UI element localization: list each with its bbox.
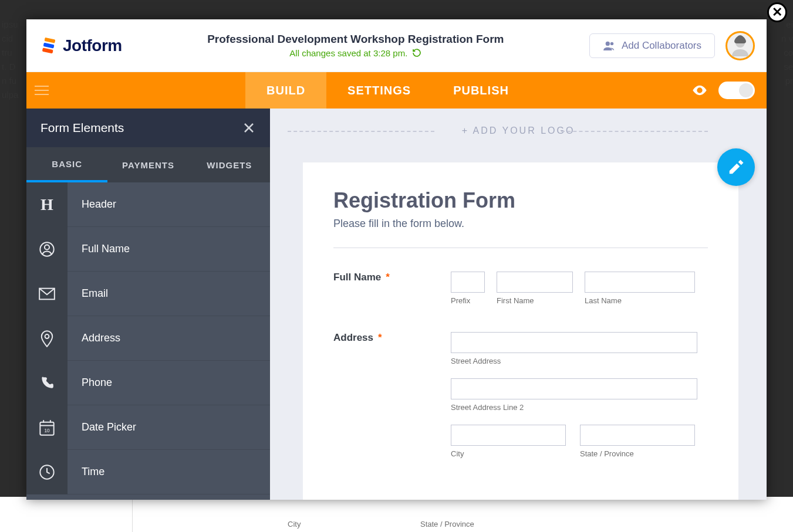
close-sidebar-icon[interactable] — [242, 121, 256, 135]
svg-point-12 — [45, 334, 49, 338]
street-address-input[interactable] — [451, 332, 697, 353]
element-date-picker[interactable]: 10 Date Picker — [26, 405, 270, 450]
pin-icon — [26, 316, 68, 361]
logo-text: Jotform — [63, 36, 122, 55]
calendar-icon: 10 — [26, 405, 68, 450]
field-full-name[interactable]: Full Name* Prefix First Name Last Name — [333, 272, 708, 305]
element-label: Date Picker — [68, 421, 136, 433]
element-label: Email — [68, 287, 108, 300]
sidebar-tab-basic[interactable]: BASIC — [26, 147, 107, 182]
nav-bar: BUILD SETTINGS PUBLISH — [26, 72, 767, 109]
svg-point-10 — [45, 245, 49, 249]
street1-sublabel: Street Address — [451, 357, 708, 365]
mail-icon — [26, 272, 68, 316]
toggle-switch[interactable] — [718, 82, 755, 99]
preview-icon[interactable] — [691, 82, 708, 99]
jotform-logo[interactable]: Jotform — [38, 35, 122, 56]
prefix-input[interactable] — [451, 272, 485, 293]
tab-settings[interactable]: SETTINGS — [326, 72, 432, 109]
undo-icon[interactable] — [412, 48, 421, 57]
clock-icon — [26, 450, 68, 494]
element-label: Phone — [68, 377, 112, 389]
street2-sublabel: Street Address Line 2 — [451, 403, 708, 412]
svg-text:10: 10 — [44, 428, 50, 433]
sidebar: Form Elements BASIC PAYMENTS WIDGETS H H… — [26, 109, 270, 500]
last-name-input[interactable] — [585, 272, 695, 293]
user-avatar[interactable] — [725, 31, 755, 60]
collaborators-icon — [603, 40, 616, 51]
add-logo-button[interactable]: + ADD YOUR LOGO — [462, 126, 575, 136]
background-bottom — [0, 497, 793, 532]
element-label: Time — [68, 466, 104, 478]
header: Jotform Professional Development Worksho… — [26, 19, 767, 72]
dashed-line-right — [561, 131, 708, 132]
form-card: Registration Form Please fill in the for… — [303, 162, 738, 500]
form-subheading[interactable]: Please fill in the form below. — [333, 218, 708, 230]
hamburger-menu[interactable] — [26, 72, 55, 109]
svg-rect-2 — [42, 48, 53, 53]
element-phone[interactable]: Phone — [26, 361, 270, 405]
header-icon: H — [26, 182, 68, 227]
tab-publish[interactable]: PUBLISH — [432, 72, 530, 109]
required-star: * — [378, 332, 382, 343]
svg-rect-0 — [45, 37, 56, 43]
design-button[interactable] — [717, 148, 755, 186]
first-name-input[interactable] — [497, 272, 573, 293]
svg-point-3 — [606, 41, 610, 45]
form-title[interactable]: Professional Development Workshop Regist… — [122, 33, 589, 46]
sidebar-tab-payments[interactable]: PAYMENTS — [107, 147, 188, 182]
state-input[interactable] — [580, 425, 695, 446]
modal-close-button[interactable]: ✕ — [767, 2, 787, 22]
last-name-sublabel: Last Name — [585, 296, 695, 305]
svg-rect-1 — [43, 42, 55, 48]
element-label: Full Name — [68, 243, 130, 255]
full-name-label: Full Name — [333, 272, 381, 283]
sidebar-tab-widgets[interactable]: WIDGETS — [189, 147, 270, 182]
user-icon — [26, 227, 68, 272]
background-text-right: ein vcosepr — [770, 18, 793, 88]
background-divider — [132, 497, 133, 532]
dashed-line-left — [288, 131, 434, 132]
form-heading[interactable]: Registration Form — [333, 188, 708, 213]
prefix-sublabel: Prefix — [451, 296, 485, 305]
add-collaborators-button[interactable]: Add Collaborators — [589, 33, 715, 58]
save-status-text: All changes saved at 3:28 pm. — [289, 48, 407, 58]
logo-mark-icon — [38, 35, 59, 56]
required-star: * — [386, 272, 390, 283]
element-full-name[interactable]: Full Name — [26, 227, 270, 272]
workspace: Form Elements BASIC PAYMENTS WIDGETS H H… — [26, 109, 767, 500]
element-label: Address — [68, 332, 120, 344]
element-address[interactable]: Address — [26, 316, 270, 361]
element-header[interactable]: H Header — [26, 182, 270, 227]
tab-build[interactable]: BUILD — [245, 72, 326, 109]
form-builder-modal: Jotform Professional Development Worksho… — [26, 19, 767, 500]
street-address-2-input[interactable] — [451, 378, 697, 399]
first-name-sublabel: First Name — [497, 296, 573, 305]
field-address[interactable]: Address* Street Address Street Address L… — [333, 332, 708, 458]
bg-city-label: City — [288, 520, 301, 528]
element-time[interactable]: Time — [26, 450, 270, 494]
bg-state-label: State / Province — [420, 520, 474, 528]
divider — [333, 248, 708, 248]
background-text-left: ipsu cid tru t. D n fu ulpa — [2, 18, 25, 102]
city-sublabel: City — [451, 449, 566, 458]
save-status: All changes saved at 3:28 pm. — [289, 48, 421, 58]
form-canvas: + ADD YOUR LOGO Registration Form Please… — [270, 109, 767, 500]
elements-list: H Header Full Name Email Address P — [26, 182, 270, 500]
phone-icon — [26, 361, 68, 405]
address-label: Address — [333, 332, 373, 343]
element-email[interactable]: Email — [26, 272, 270, 316]
city-input[interactable] — [451, 425, 566, 446]
sidebar-title: Form Elements — [41, 121, 124, 135]
element-label: Header — [68, 198, 116, 211]
add-logo-area: + ADD YOUR LOGO — [270, 109, 767, 153]
svg-point-4 — [610, 42, 613, 45]
state-sublabel: State / Province — [580, 449, 695, 458]
collab-label: Add Collaborators — [622, 40, 701, 52]
